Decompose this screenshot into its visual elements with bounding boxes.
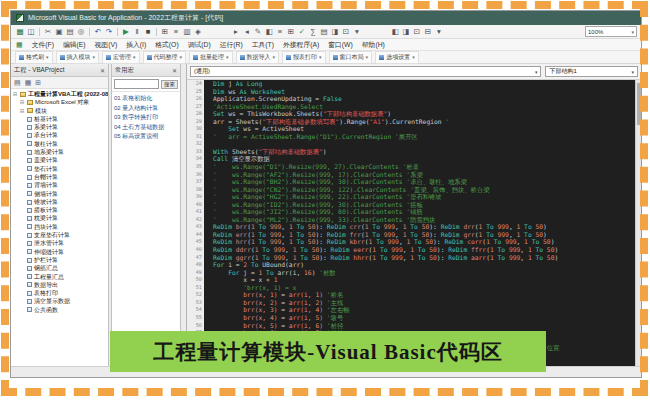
scrollbar-thumb[interactable]	[637, 83, 641, 125]
tree-module-item[interactable]: 钢筋汇总	[13, 264, 108, 272]
object-browser-icon[interactable]: ◈	[193, 26, 203, 37]
tree-folder-item[interactable]: ⊟模块	[13, 107, 108, 115]
check-icon[interactable]: ✓	[297, 26, 307, 37]
outdent-icon[interactable]: ◂	[242, 26, 252, 37]
tree-module-item[interactable]: 数据导出	[13, 281, 108, 289]
save-icon[interactable]: ◫	[26, 26, 36, 37]
vertical-scrollbar[interactable]	[635, 80, 641, 366]
menu-item[interactable]: 插入(I)	[126, 40, 146, 50]
menu-item[interactable]: 编辑(E)	[63, 40, 86, 50]
tree-module-item[interactable]: 系梁计算	[13, 123, 108, 131]
menu-item[interactable]: 运行(R)	[220, 40, 243, 50]
menu-item[interactable]: 帮助(H)	[362, 40, 385, 50]
addin-button[interactable]: 选项设置▾	[375, 51, 419, 64]
sum-icon[interactable]: ∑	[308, 26, 318, 37]
grid-icon[interactable]: ⊞	[286, 26, 296, 37]
procedure-dropdown[interactable]: 下部结构1 ▾	[545, 66, 638, 77]
tree-folder-item[interactable]: ⊟Microsoft Excel 对象	[13, 98, 108, 106]
close-icon[interactable]: ✕	[172, 67, 177, 74]
zoom-combo[interactable]: 100% ▾	[585, 26, 637, 37]
menu-item[interactable]: 文件(F)	[32, 40, 54, 50]
properties-icon[interactable]: ▥	[182, 26, 192, 37]
tree-module-item[interactable]: 挡块计算	[13, 223, 108, 231]
excel-icon[interactable]: ▦	[15, 26, 25, 37]
split-icon[interactable]: ◨	[401, 26, 411, 37]
addin-button[interactable]: 格式刷▾	[15, 51, 53, 64]
menu-item[interactable]: 调试(D)	[188, 40, 211, 50]
tree-module-item[interactable]: 盖梁计算	[13, 156, 108, 164]
view-object-icon[interactable]: ▦	[25, 79, 32, 87]
tree-module-item[interactable]: 承台计算	[13, 131, 108, 139]
tree-module-item[interactable]: 护栏计算	[13, 256, 108, 264]
addin-button[interactable]: 数据导入▾	[236, 51, 280, 64]
indent-icon[interactable]: ▸	[231, 26, 241, 37]
tree-module-item[interactable]: 搭板计算	[13, 206, 108, 214]
tree-module-item[interactable]: 伸缩缝计算	[13, 248, 108, 256]
addin-button[interactable]: 报表打印▾	[282, 51, 326, 64]
macro-list-item[interactable]: 03 数字转换打印	[114, 113, 178, 123]
addin-button[interactable]: 插入模块▾	[56, 51, 100, 64]
sheet-icon[interactable]: ▤	[319, 26, 329, 37]
macro-list-item[interactable]: 04 土石方基础数据	[114, 123, 178, 133]
tree-root-item[interactable]: ⊟工程量计算VBA工程 (2022-08-12)	[13, 90, 108, 98]
tree-module-item[interactable]: 墩柱计算	[13, 140, 108, 148]
macro-list-item[interactable]: 05 标高设置说明	[114, 132, 178, 142]
collapse-icon[interactable]: ⊟	[20, 98, 25, 106]
close-icon[interactable]: ✕	[100, 67, 105, 74]
tree-module-item[interactable]: 地系梁计算	[13, 148, 108, 156]
window-icon[interactable]: ⊡	[412, 26, 422, 37]
addin-button[interactable]: 宏管理▾	[102, 51, 140, 64]
tree-module-item[interactable]: 公共函数	[13, 306, 108, 314]
tile-icon[interactable]: ◧	[390, 26, 400, 37]
find-icon[interactable]: ◎	[76, 26, 86, 37]
menu-item[interactable]: 视图(V)	[95, 40, 118, 50]
tree-module-item[interactable]: 垫石计算	[13, 165, 108, 173]
tree-module-item[interactable]: 锥坡计算	[13, 198, 108, 206]
view-code-icon[interactable]: ▤	[14, 79, 21, 87]
pause-icon[interactable]: ‖	[132, 26, 142, 37]
tree-module-item[interactable]: 支座垫石计算	[13, 231, 108, 239]
tree-module-item[interactable]: 桩基计算	[13, 115, 108, 123]
macro-search-button[interactable]: 搜索	[161, 80, 178, 89]
macro-list-item[interactable]: 02 量入结构计算	[114, 104, 178, 114]
menu-item[interactable]: 格式(O)	[155, 40, 178, 50]
tree-module-item[interactable]: 表格打印	[13, 289, 108, 297]
collapse-icon[interactable]: ⊟	[13, 90, 18, 98]
toggle-folders-icon[interactable]: ⊞	[35, 79, 41, 87]
tree-module-item[interactable]: 工程量汇总	[13, 273, 108, 281]
project-explorer-icon[interactable]: ≡	[171, 26, 181, 37]
tree-module-item[interactable]: 清空显示数据	[13, 297, 108, 305]
menu-item[interactable]: 工具(T)	[252, 40, 274, 50]
tree-module-item[interactable]: 台帽计算	[13, 173, 108, 181]
stop-icon[interactable]: ■	[143, 26, 153, 37]
cut-icon[interactable]: ✂	[43, 26, 53, 37]
design-mode-icon[interactable]: ⊞	[160, 26, 170, 37]
run-icon[interactable]: ▶	[121, 26, 131, 37]
dropdown-icon[interactable]: ▾	[434, 26, 444, 37]
paste-icon[interactable]: ▤	[65, 26, 75, 37]
object-dropdown[interactable]: (通用) ▾	[190, 66, 541, 77]
comment-icon[interactable]: ✎	[253, 26, 263, 37]
tree-module-item[interactable]: 枕梁计算	[13, 214, 108, 222]
shade-icon[interactable]: ◨	[330, 26, 340, 37]
menu-item[interactable]: 窗口(W)	[328, 40, 353, 50]
undo-icon[interactable]: ↶	[93, 26, 103, 37]
list-icon[interactable]: ≡	[275, 26, 285, 37]
addin-button[interactable]: 窗口布局▾	[329, 51, 373, 64]
macro-search-input[interactable]	[114, 79, 159, 89]
bookmark-icon[interactable]: ◧	[264, 26, 274, 37]
addin-button[interactable]: 代码整理▾	[143, 51, 187, 64]
tree-module-item[interactable]: 背墙计算	[13, 181, 108, 189]
collapse-icon[interactable]: ⊟	[423, 26, 433, 37]
code-text-area[interactable]: 24Dim j As Long25Dim ws As Worksheet26Ap…	[187, 80, 641, 366]
tree-module-item[interactable]: 泄水管计算	[13, 239, 108, 247]
box-icon[interactable]: ⊡	[341, 26, 351, 37]
macro-list-item[interactable]: 01 表格初始化	[114, 94, 178, 104]
addin-button[interactable]: 批量处理▾	[189, 51, 233, 64]
copy-icon[interactable]: ▣	[54, 26, 64, 37]
tree-module-item[interactable]: 侧墙计算	[13, 190, 108, 198]
collapse-icon[interactable]: ⊟	[20, 107, 25, 115]
menu-item[interactable]: 外接程序(A)	[283, 40, 319, 50]
redo-icon[interactable]: ↷	[104, 26, 114, 37]
more-icon[interactable]: ▾	[352, 26, 362, 37]
